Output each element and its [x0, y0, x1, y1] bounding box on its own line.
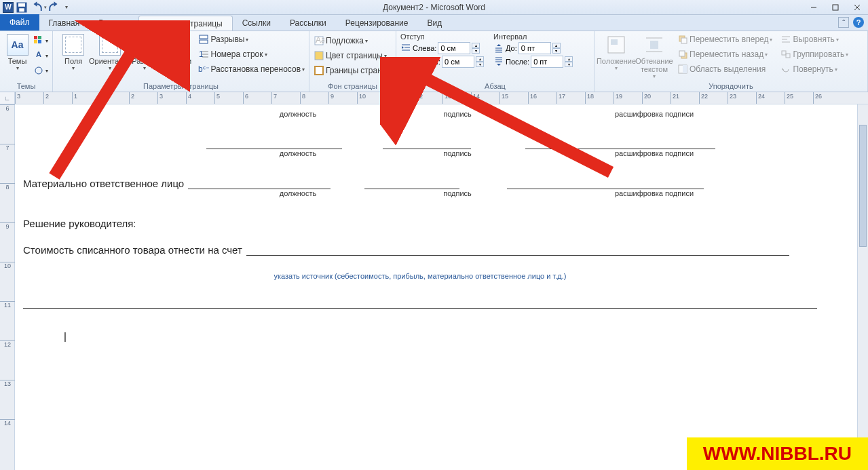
watermark-icon: Aa: [314, 35, 324, 46]
bring-forward-button[interactable]: Переместить вперед: [677, 33, 772, 46]
document-area[interactable]: 67891011121314 должность подпись расшифр…: [0, 104, 857, 470]
tab-mailings[interactable]: Рассылки: [280, 16, 336, 31]
theme-effects-button[interactable]: ▾: [33, 64, 48, 77]
margins-icon: [62, 34, 84, 56]
svg-point-11: [35, 67, 42, 74]
group-themes-label: Темы: [4, 81, 48, 92]
vertical-scrollbar[interactable]: [857, 104, 868, 470]
bring-forward-icon: [677, 34, 688, 45]
tab-view[interactable]: Вид: [417, 16, 451, 31]
indent-right-input[interactable]: [442, 56, 474, 68]
position-button[interactable]: Положение▾: [599, 33, 634, 73]
columns-button[interactable]: Колонки▾: [162, 33, 193, 73]
colors-icon: [33, 35, 44, 46]
rotate-button[interactable]: Повернуть: [780, 62, 848, 76]
vertical-ruler[interactable]: 67891011121314: [0, 104, 15, 470]
theme-colors-button[interactable]: ▾: [33, 34, 48, 47]
margins-button[interactable]: Поля▾: [57, 33, 90, 73]
qat-customize-icon[interactable]: ▾: [62, 1, 71, 14]
svg-rect-43: [681, 38, 687, 43]
position-icon: [605, 34, 627, 56]
page-borders-button[interactable]: Границы страниц: [314, 64, 391, 77]
cost-label: Стоимость списанного товара отнести на с…: [23, 244, 242, 256]
sig-position-1: должность: [193, 110, 403, 118]
quick-access-toolbar: W ▾ ▾: [0, 1, 71, 14]
fonts-icon: A: [33, 50, 44, 61]
spacing-after-icon: [493, 56, 504, 67]
help-icon[interactable]: ?: [853, 17, 864, 28]
indent-right-up[interactable]: ▴: [476, 56, 484, 62]
selection-pane-button[interactable]: Область выделения: [677, 62, 772, 76]
spacing-after-label: После:: [506, 58, 529, 66]
minimize-button[interactable]: [803, 1, 825, 14]
group-arrange-label: Упорядочить: [599, 81, 863, 92]
tab-home[interactable]: Главная: [39, 16, 90, 31]
indent-left-icon: [400, 43, 411, 54]
page-content: должность подпись расшифровка подписи до…: [23, 104, 844, 342]
maximize-button[interactable]: [825, 1, 846, 14]
themes-icon: Aa: [7, 34, 29, 56]
svg-rect-51: [782, 51, 786, 55]
app-icon[interactable]: W: [1, 1, 15, 14]
size-button[interactable]: Размер▾: [130, 33, 159, 73]
redo-icon[interactable]: [49, 1, 62, 14]
spacing-after-down[interactable]: ▾: [565, 62, 573, 67]
save-icon[interactable]: [15, 1, 29, 14]
breaks-button[interactable]: Разрывы: [198, 33, 305, 46]
spacing-before-up[interactable]: ▴: [552, 43, 561, 48]
undo-icon[interactable]: [29, 1, 42, 14]
page-color-button[interactable]: Цвет страницы: [314, 49, 391, 62]
undo-dropdown-icon[interactable]: ▾: [42, 1, 49, 14]
spacing-before-label: До:: [506, 44, 517, 52]
columns-icon: [166, 34, 188, 56]
text-cursor: |: [64, 330, 844, 342]
sig-position-3: должность: [193, 189, 403, 197]
watermark-button[interactable]: AaПодложка: [314, 34, 391, 47]
wrap-icon: [643, 34, 665, 56]
themes-button[interactable]: Aa Темы ▾: [4, 33, 31, 73]
title-bar: W ▾ ▾ Документ2 - Microsoft Word: [0, 0, 868, 15]
svg-rect-52: [786, 54, 790, 58]
horizontal-ruler[interactable]: ∟ 32112345678910111213141516171819202122…: [0, 92, 868, 104]
group-button[interactable]: Группировать: [780, 47, 848, 61]
selection-pane-icon: [677, 64, 688, 75]
close-button[interactable]: [846, 1, 868, 14]
line-numbers-button[interactable]: 1Номера строк: [198, 47, 305, 61]
spacing-after-input[interactable]: [531, 56, 563, 68]
spacing-before-input[interactable]: [518, 42, 551, 54]
responsible-label: Материально ответственное лицо: [23, 178, 184, 189]
ribbon-tabs: Файл Главная Вставка Разметка страницы С…: [0, 15, 868, 31]
tab-review[interactable]: Рецензирование: [336, 16, 418, 31]
theme-fonts-button[interactable]: A▾: [33, 49, 48, 62]
sig-decoding-2: расшифровка подписи: [552, 149, 756, 157]
indent-left-up[interactable]: ▴: [472, 43, 480, 48]
tab-page-layout[interactable]: Разметка страницы: [138, 16, 233, 31]
indent-left-down[interactable]: ▾: [472, 48, 480, 54]
orientation-button[interactable]: Ориентация▾: [92, 33, 128, 73]
decision-label: Решение руководителя:: [23, 218, 844, 229]
svg-rect-47: [683, 65, 687, 73]
send-backward-button[interactable]: Переместить назад: [677, 47, 772, 61]
indent-right-icon: [400, 56, 411, 67]
sig-decoding-1: расшифровка подписи: [552, 110, 756, 118]
svg-rect-39: [650, 41, 658, 49]
svg-rect-9: [34, 40, 37, 43]
hyphenation-button[interactable]: bᶜ⁻Расстановка переносов: [198, 62, 305, 76]
source-hint: указать источник (себестоимость, прибыль…: [23, 272, 817, 280]
page-color-icon: [314, 50, 324, 61]
tab-insert[interactable]: Вставка: [89, 16, 138, 31]
tab-file[interactable]: Файл: [0, 14, 39, 31]
spacing-after-up[interactable]: ▴: [565, 56, 573, 62]
indent-right-down[interactable]: ▾: [476, 62, 484, 67]
indent-left-label: Слева:: [413, 44, 436, 52]
scrollbar-thumb[interactable]: [859, 125, 867, 247]
tab-selector[interactable]: ∟: [0, 92, 15, 104]
tab-references[interactable]: Ссылки: [233, 16, 280, 31]
indent-left-input[interactable]: [438, 42, 470, 54]
spacing-before-down[interactable]: ▾: [552, 48, 561, 54]
align-icon: [780, 34, 791, 45]
align-button[interactable]: Выровнять: [780, 33, 848, 46]
svg-rect-15: [200, 40, 208, 43]
wrap-text-button[interactable]: Обтекание текстом▾: [637, 33, 672, 81]
minimize-ribbon-icon[interactable]: ˆ: [838, 17, 849, 28]
